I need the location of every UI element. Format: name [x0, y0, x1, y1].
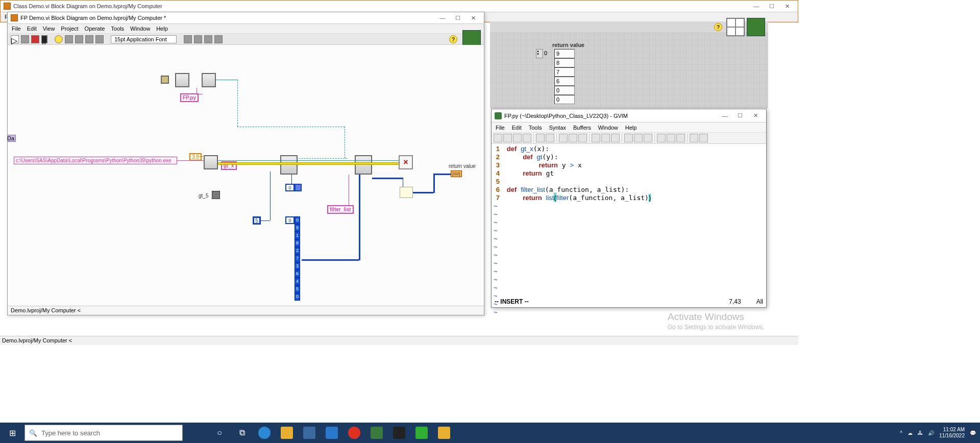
menu-edit[interactable]: Edit [27, 26, 37, 32]
edge-icon[interactable] [253, 423, 276, 443]
array-item[interactable]: 3 [295, 262, 300, 270]
connector-pane[interactable] [726, 18, 745, 36]
findnext-icon[interactable] [601, 134, 610, 142]
taskview-icon[interactable]: ⧉ [231, 423, 253, 443]
return-value-terminal[interactable]: [I32] [451, 170, 462, 177]
menu-file[interactable]: File [12, 26, 21, 32]
maximize-icon[interactable]: ☐ [450, 12, 465, 23]
tray-volume-icon[interactable]: 🔊 [928, 430, 934, 436]
help-icon[interactable] [690, 134, 698, 142]
array-item[interactable]: 0 [295, 216, 300, 224]
taglist-icon[interactable] [644, 134, 652, 142]
taskbar-search[interactable]: 🔍 Type here to search [24, 425, 183, 441]
close-icon[interactable]: ✕ [748, 110, 763, 121]
tray-chevron-icon[interactable]: ^ [900, 430, 902, 436]
array-cell[interactable]: 8 [554, 58, 575, 67]
reorder-icon[interactable] [204, 35, 212, 43]
close-python-node[interactable]: × [399, 155, 413, 169]
help-icon[interactable]: ? [714, 23, 722, 31]
filter-list-constant[interactable]: filter_list [327, 205, 354, 214]
media-icon[interactable] [433, 423, 455, 443]
taskbar-clock[interactable]: 11:02 AM 11/16/2022 [939, 427, 965, 439]
menu-syntax[interactable]: Syntax [549, 125, 566, 131]
findprev-icon[interactable] [611, 134, 620, 142]
menu-file[interactable]: File [496, 125, 505, 131]
cleanup-icon[interactable] [214, 35, 223, 43]
array-item[interactable]: 6 [295, 270, 300, 278]
array-cell[interactable]: 7 [554, 67, 575, 77]
copy-icon[interactable] [569, 134, 577, 142]
gvim-menubar[interactable]: File Edit Tools Syntax Buffers Window He… [492, 122, 766, 133]
distribute-icon[interactable] [194, 35, 202, 43]
cortana-icon[interactable]: ○ [208, 423, 231, 443]
store-icon[interactable] [298, 423, 321, 443]
gvim-taskbar-icon[interactable] [365, 423, 388, 443]
array-item[interactable]: 9 [295, 224, 300, 232]
open-python-node[interactable] [204, 155, 218, 169]
session-load-icon[interactable] [657, 134, 666, 142]
ctags-icon[interactable] [634, 134, 643, 142]
array-item[interactable]: 5 [295, 285, 300, 293]
gt5-node[interactable] [212, 191, 220, 199]
undo-icon[interactable] [536, 134, 545, 142]
close-icon[interactable]: ✕ [779, 1, 795, 12]
font-selector[interactable]: 15pt Application Font [111, 35, 177, 43]
abort-icon[interactable] [31, 35, 39, 43]
bd-canvas[interactable]: FP.py c:\Users\SAS\AppData\Local\Program… [8, 45, 484, 306]
explorer-icon[interactable] [276, 423, 298, 443]
vi-ref-node[interactable] [161, 76, 169, 84]
system-tray[interactable]: ^ ☁ 🖧 🔊 11:02 AM 11/16/2022 💬 [896, 427, 980, 439]
menu-edit[interactable]: Edit [512, 125, 522, 131]
menu-window[interactable]: Window [130, 26, 150, 32]
python-node-2[interactable] [355, 155, 372, 175]
property-node-2[interactable] [202, 73, 216, 87]
minimize-icon[interactable]: — [749, 1, 764, 12]
session-save-icon[interactable] [667, 134, 675, 142]
terminal-icon[interactable] [388, 423, 410, 443]
notification-icon[interactable]: 💬 [970, 430, 976, 436]
gvim-titlebar[interactable]: FP.py (~\Desktop\Python_Class_LV22Q3) - … [492, 109, 766, 122]
cut-icon[interactable] [559, 134, 568, 142]
array-cell[interactable]: 9 [554, 49, 575, 58]
help-icon[interactable]: ? [449, 35, 457, 43]
script-icon[interactable] [676, 134, 685, 142]
redo-icon[interactable] [546, 134, 554, 142]
five-constant[interactable]: 5 [253, 216, 261, 225]
news-widget[interactable] [183, 423, 208, 443]
variant-node[interactable] [400, 187, 413, 198]
app-icon[interactable] [410, 423, 433, 443]
run-icon[interactable]: ▷ [11, 35, 19, 43]
opera-icon[interactable] [343, 423, 365, 443]
python-version-constant[interactable]: 3.9 [189, 153, 202, 161]
menu-project[interactable]: Project [61, 26, 78, 32]
array-cell[interactable]: 0 [554, 95, 575, 104]
taskbar[interactable]: ⊞ 🔍 Type here to search ○ ⧉ ^ ☁ 🖧 🔊 11:0… [0, 423, 980, 443]
vi-icon[interactable] [747, 18, 765, 36]
find-icon[interactable] [592, 134, 600, 142]
bd-titlebar[interactable]: FP Demo.vi Block Diagram on Demo.lvproj/… [8, 12, 484, 24]
fp-py-constant[interactable]: FP.py [180, 93, 199, 102]
array-item[interactable]: 4 [295, 278, 300, 285]
step-over-icon[interactable] [85, 35, 93, 43]
make-icon[interactable] [624, 134, 633, 142]
menu-operate[interactable]: Operate [85, 26, 105, 32]
start-button[interactable]: ⊞ [0, 423, 24, 443]
array-constant[interactable]: 0 0 9 1 8 2 7 3 6 4 5 0 [285, 216, 300, 301]
array-item[interactable]: 1 [295, 232, 300, 239]
array-item[interactable]: 7 [295, 255, 300, 262]
menu-buffers[interactable]: Buffers [573, 125, 591, 131]
gvim-toolbar[interactable] [492, 133, 766, 144]
highlight-icon[interactable] [55, 35, 63, 43]
array-item[interactable]: 8 [295, 239, 300, 247]
step-out-icon[interactable] [95, 35, 104, 43]
gvim-editor[interactable]: 1 def gt_x(x): 2 def gt(y): 3 return y >… [492, 144, 766, 298]
python-path-constant[interactable]: c:\Users\SAS\AppData\Local\Programs\Pyth… [14, 157, 177, 164]
array-item[interactable]: 0 [295, 293, 300, 301]
array-cell[interactable]: 6 [554, 77, 575, 86]
paste-icon[interactable] [578, 134, 587, 142]
menu-tools[interactable]: Tools [529, 125, 542, 131]
findhelp-icon[interactable] [699, 134, 708, 142]
open-icon[interactable] [494, 134, 502, 142]
classdemo-titlebar[interactable]: Class Demo.vi Block Diagram on Demo.lvpr… [1, 1, 798, 12]
tray-onedrive-icon[interactable]: ☁ [908, 430, 913, 436]
